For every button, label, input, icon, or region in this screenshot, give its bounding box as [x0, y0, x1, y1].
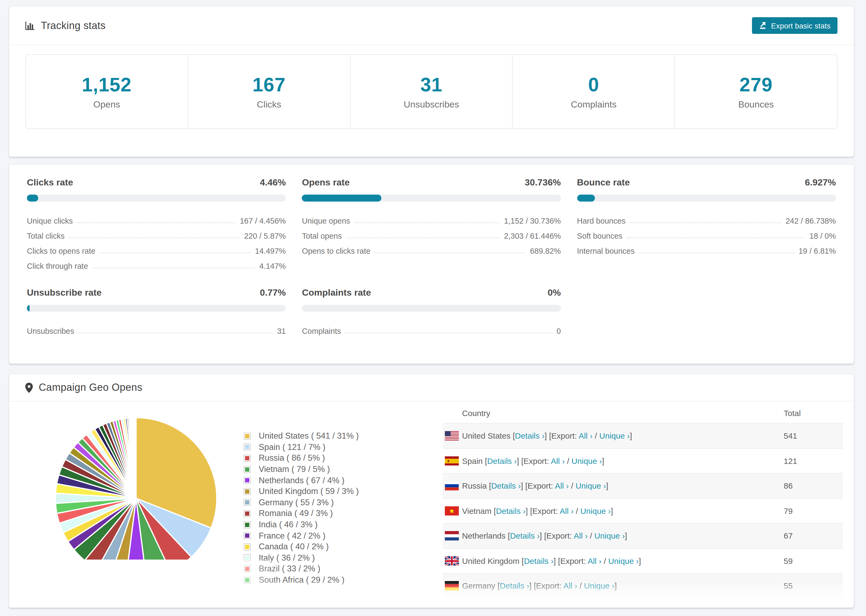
- stat-row-value: 4.147%: [259, 262, 286, 270]
- geo-table: Country Total United States [Details ›] …: [443, 403, 843, 599]
- pie-slice-52[interactable]: [135, 418, 136, 498]
- stat-label: Opens: [93, 99, 120, 110]
- geo-table-row-nl: Netherlands [Details ›] [Export: All › /…: [443, 523, 843, 548]
- geo-legend: United States ( 541 / 31% )Spain ( 121 /…: [244, 431, 359, 586]
- rates-grid: Clicks rate4.46%Unique clicks167 / 4.456…: [9, 165, 853, 348]
- rate-title: Clicks rate: [27, 178, 73, 188]
- details-link[interactable]: Details ›: [524, 556, 553, 566]
- legend-item: Brazil ( 33 / 2% ): [244, 563, 359, 574]
- export-unique-link[interactable]: Unique ›: [599, 431, 630, 440]
- legend-swatch: [244, 455, 251, 462]
- stat-row: Unsubscribes31: [27, 321, 286, 335]
- export-all-link[interactable]: All ›: [555, 481, 569, 490]
- legend-label: United States ( 541 / 31% ): [259, 431, 359, 441]
- rate-stat-rows: Unique opens1,152 / 30.736%Total opens2,…: [302, 210, 561, 255]
- export-unique-link[interactable]: Unique ›: [580, 506, 611, 515]
- export-unique-link[interactable]: Unique ›: [608, 556, 639, 566]
- dotted-leader: [354, 223, 500, 223]
- export-all-link[interactable]: All ›: [574, 531, 587, 541]
- legend-label: Netherlands ( 67 / 4% ): [259, 475, 345, 485]
- stat-row: Unique clicks167 / 4.456%: [27, 210, 286, 225]
- stat-value: 0: [588, 73, 599, 96]
- export-all-link[interactable]: All ›: [579, 431, 593, 440]
- country-cell: Russia [Details ›] [Export: All › / Uniq…: [443, 481, 608, 490]
- details-link[interactable]: Details ›: [510, 531, 540, 541]
- details-link[interactable]: Details ›: [491, 481, 521, 490]
- export-all-link[interactable]: All ›: [551, 456, 565, 465]
- stat-row: Click through rate4.147%: [27, 255, 286, 270]
- export-unique-link[interactable]: Unique ›: [594, 531, 625, 541]
- export-unique-link[interactable]: Unique ›: [584, 581, 614, 591]
- legend-label: Canada ( 40 / 2% ): [259, 542, 329, 552]
- legend-label: Spain ( 121 / 7% ): [259, 442, 326, 452]
- legend-label: United Kingdom ( 59 / 3% ): [259, 487, 359, 497]
- legend-item: Germany ( 55 / 3% ): [244, 497, 359, 508]
- legend-label: Romania ( 49 / 3% ): [259, 509, 333, 519]
- stat-row-value: 689.82%: [530, 247, 561, 255]
- legend-label: Brazil ( 33 / 2% ): [259, 564, 320, 574]
- country-cell: United States [Details ›] [Export: All ›…: [443, 431, 632, 440]
- export-button-label: Export basic stats: [771, 21, 830, 30]
- flag-de-icon: [445, 581, 459, 591]
- campaign-geo-opens-card: Campaign Geo Opens United States ( 541 /…: [9, 374, 854, 608]
- rate-value: 30.736%: [525, 178, 561, 188]
- details-link[interactable]: Details ›: [487, 456, 516, 465]
- stat-row-label: Clicks to opens rate: [27, 247, 96, 255]
- rate-panel-header: Bounce rate6.927%: [577, 178, 836, 188]
- stat-row: Opens to clicks rate689.82%: [302, 240, 561, 255]
- stat-row-label: Soft bounces: [577, 232, 622, 240]
- rate-panel-header: Opens rate30.736%: [302, 178, 561, 188]
- total-cell: 541: [784, 431, 797, 440]
- legend-label: Vietnam ( 79 / 5% ): [259, 464, 330, 474]
- stat-row: Soft bounces18 / 0%: [577, 225, 836, 240]
- rates-card: Clicks rate4.46%Unique clicks167 / 4.456…: [9, 164, 854, 364]
- progress-bar-fill: [27, 305, 30, 312]
- geo-table-row-ru: Russia [Details ›] [Export: All › / Uniq…: [443, 473, 843, 498]
- rate-value: 0.77%: [260, 288, 286, 298]
- stat-row: Internal bounces19 / 6.81%: [577, 240, 836, 255]
- geo-body: United States ( 541 / 31% )Spain ( 121 /…: [9, 402, 853, 608]
- dotted-leader: [77, 223, 236, 223]
- summary-stat-complaints: 0Complaints: [513, 55, 675, 129]
- export-basic-stats-button[interactable]: Export basic stats: [752, 17, 838, 34]
- stat-row-value: 2,303 / 61.446%: [504, 232, 561, 240]
- flag-vn-icon: [445, 506, 459, 515]
- details-link[interactable]: Details ›: [496, 506, 526, 515]
- legend-label: Italy ( 36 / 2% ): [259, 553, 315, 563]
- total-cell: 86: [784, 481, 793, 490]
- legend-item: France ( 42 / 2% ): [244, 530, 359, 541]
- export-all-link[interactable]: All ›: [587, 556, 601, 566]
- export-all-link[interactable]: All ›: [560, 506, 574, 515]
- legend-label: Germany ( 55 / 3% ): [259, 498, 334, 508]
- geo-title: Campaign Geo Opens: [39, 382, 142, 393]
- summary-stat-bounces: 279Bounces: [675, 55, 837, 129]
- stat-row-value: 0: [556, 327, 561, 335]
- stat-row-label: Total opens: [302, 232, 342, 240]
- geo-header: Campaign Geo Opens: [9, 374, 853, 401]
- rate-title: Complaints rate: [302, 288, 371, 298]
- rate-panel-complaints-rate: Complaints rate0%Complaints0: [302, 288, 561, 335]
- details-link[interactable]: Details ›: [500, 581, 529, 591]
- export-unique-link[interactable]: Unique ›: [576, 481, 606, 490]
- page-title: Tracking stats: [41, 20, 106, 31]
- stat-row: Clicks to opens rate14.497%: [27, 240, 286, 255]
- rate-value: 4.46%: [260, 178, 286, 188]
- legend-item: Spain ( 121 / 7% ): [244, 442, 359, 453]
- total-cell: 79: [784, 506, 793, 515]
- stat-row-label: Total clicks: [27, 232, 65, 240]
- export-unique-link[interactable]: Unique ›: [572, 456, 602, 465]
- country-cell: Germany [Details ›] [Export: All › / Uni…: [443, 581, 617, 591]
- rate-panel-header: Clicks rate4.46%: [27, 178, 286, 188]
- legend-item: United Kingdom ( 59 / 3% ): [244, 486, 359, 497]
- export-all-link[interactable]: All ›: [564, 581, 578, 591]
- legend-label: France ( 42 / 2% ): [259, 531, 326, 541]
- stat-value: 1,152: [82, 73, 132, 96]
- stat-row-value: 19 / 6.81%: [798, 247, 836, 255]
- legend-swatch: [244, 555, 251, 561]
- stat-row: Complaints0: [302, 321, 561, 335]
- legend-item: India ( 46 / 3% ): [244, 519, 359, 530]
- rate-stat-rows: Unsubscribes31: [27, 321, 286, 335]
- map-marker-icon: [25, 382, 33, 393]
- details-link[interactable]: Details ›: [515, 431, 545, 440]
- progress-bar-fill: [577, 195, 595, 201]
